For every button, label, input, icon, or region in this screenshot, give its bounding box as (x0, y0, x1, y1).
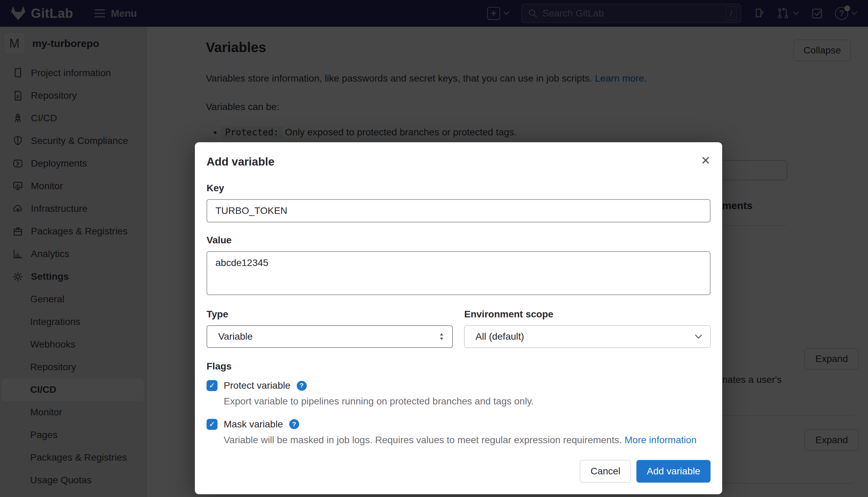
protect-variable-label: Protect variable (224, 380, 291, 391)
value-textarea[interactable] (207, 251, 711, 295)
more-information-link[interactable]: More information (624, 435, 696, 445)
value-label: Value (207, 235, 711, 246)
check-icon: ✓ (209, 382, 215, 389)
chevron-down-icon (694, 334, 703, 339)
protect-variable-checkbox[interactable]: ✓ (207, 380, 218, 391)
mask-variable-label: Mask variable (224, 419, 283, 430)
modal-title: Add variable (207, 155, 711, 168)
mask-variable-row: ✓ Mask variable ? (207, 419, 711, 430)
environment-scope-select[interactable]: All (default) (464, 325, 711, 348)
type-field: Type Variable (207, 309, 453, 348)
help-icon[interactable]: ? (289, 419, 299, 429)
key-label: Key (207, 183, 711, 194)
key-input[interactable] (207, 199, 711, 222)
cancel-button[interactable]: Cancel (580, 460, 631, 483)
environment-scope-value: All (default) (476, 331, 524, 342)
help-icon[interactable]: ? (297, 381, 307, 391)
type-label: Type (207, 309, 453, 320)
add-variable-modal: Add variable ✕ Key Value Type Variable E… (195, 142, 722, 494)
modal-footer: Cancel Add variable (580, 460, 711, 483)
flags-label: Flags (207, 361, 711, 372)
add-variable-submit-button[interactable]: Add variable (636, 460, 711, 483)
environment-scope-label: Environment scope (464, 309, 711, 320)
close-icon[interactable]: ✕ (701, 155, 711, 166)
gitlab-app: GitLab Menu + / (0, 0, 868, 497)
type-select[interactable]: Variable (207, 325, 453, 348)
type-select-value: Variable (218, 331, 253, 342)
check-icon: ✓ (209, 421, 215, 428)
updown-arrows-icon (438, 332, 445, 341)
protect-variable-description: Export variable to pipelines running on … (224, 395, 711, 409)
environment-scope-field: Environment scope All (default) (464, 309, 711, 348)
mask-variable-checkbox[interactable]: ✓ (207, 419, 218, 430)
mask-variable-description-text: Variable will be masked in job logs. Req… (224, 435, 622, 445)
mask-variable-description: Variable will be masked in job logs. Req… (224, 433, 711, 447)
protect-variable-row: ✓ Protect variable ? (207, 380, 711, 391)
